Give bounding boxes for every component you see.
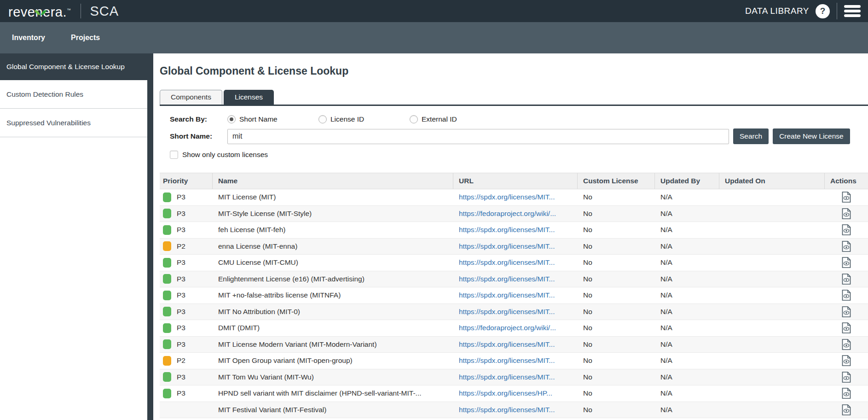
license-name: MIT Open Group variant (MIT-open-group)	[213, 356, 453, 365]
priority-badge	[163, 225, 171, 235]
custom-license-value: No	[578, 226, 655, 234]
table-row: P2 enna License (MIT-enna) https://spdx.…	[160, 239, 868, 255]
custom-license-value: No	[578, 275, 655, 283]
sidebar-item-global-component-license-lookup[interactable]: Global Component & License Lookup	[0, 53, 153, 80]
license-url-link[interactable]: https://spdx.org/licenses/HP...	[459, 389, 552, 397]
view-document-icon[interactable]	[842, 306, 851, 317]
license-url-link[interactable]: https://spdx.org/licenses/MIT...	[459, 340, 555, 349]
table-body: P3 MIT License (MIT) https://spdx.org/li…	[160, 189, 868, 418]
menu-icon[interactable]	[844, 4, 861, 18]
view-document-icon[interactable]	[842, 290, 851, 301]
column-header-name[interactable]: Name	[213, 173, 453, 189]
view-document-icon[interactable]	[842, 192, 851, 203]
radio-icon	[318, 115, 327, 123]
table-row: P3 feh License (MIT-feh) https://spdx.or…	[160, 222, 868, 239]
top-header: revenera.™ SCA DATA LIBRARY ?	[0, 0, 868, 22]
priority-label: P3	[177, 324, 185, 332]
header-divider	[837, 3, 837, 19]
radio-license-id[interactable]: License ID	[318, 115, 410, 123]
license-url-link[interactable]: https://spdx.org/licenses/MIT...	[459, 308, 555, 316]
priority-label: P3	[177, 291, 185, 299]
license-name: MIT License (MIT)	[213, 193, 453, 201]
license-url-link[interactable]: https://spdx.org/licenses/MIT...	[459, 258, 555, 267]
short-name-input[interactable]	[227, 129, 729, 144]
priority-badge	[163, 274, 171, 284]
table-row: P2 MIT Open Group variant (MIT-open-grou…	[160, 353, 868, 369]
table-row: MIT Festival Variant (MIT-Festival) http…	[160, 402, 868, 419]
column-header-custom-license[interactable]: Custom License	[578, 173, 655, 189]
license-url-link[interactable]: https://spdx.org/licenses/MIT...	[459, 226, 555, 234]
view-document-icon[interactable]	[842, 404, 851, 415]
license-url-link[interactable]: https://spdx.org/licenses/MIT...	[459, 373, 555, 381]
data-library-link[interactable]: DATA LIBRARY	[745, 6, 809, 16]
license-url-link[interactable]: https://spdx.org/licenses/MIT...	[459, 242, 555, 251]
tab-components[interactable]: Components	[160, 90, 222, 105]
search-button[interactable]: Search	[733, 128, 769, 144]
nav-item-projects[interactable]: Projects	[71, 34, 100, 42]
table-row: P3 HPND sell variant with MIT disclaimer…	[160, 385, 868, 402]
updated-by-value: N/A	[655, 324, 719, 332]
license-name: DMIT (DMIT)	[213, 324, 453, 332]
license-name: Enlightenment License (e16) (MIT-adverti…	[213, 275, 453, 283]
custom-license-value: No	[578, 356, 655, 365]
view-document-icon[interactable]	[842, 208, 851, 219]
table-header: Priority Name URL Custom License Updated…	[160, 173, 868, 189]
custom-license-value: No	[578, 406, 655, 414]
view-document-icon[interactable]	[842, 322, 851, 333]
view-document-icon[interactable]	[842, 339, 851, 350]
product-name: SCA	[90, 4, 119, 19]
sidebar-item-custom-detection-rules[interactable]: Custom Detection Rules	[0, 80, 147, 109]
main-content: Global Component & License Lookup Compon…	[153, 53, 868, 420]
updated-by-value: N/A	[655, 373, 719, 381]
column-header-url[interactable]: URL	[453, 173, 578, 189]
view-document-icon[interactable]	[842, 224, 851, 235]
license-name: MIT-Style License (MIT-Style)	[213, 210, 453, 218]
show-only-custom-licenses-checkbox[interactable]	[170, 151, 178, 159]
license-name: enna License (MIT-enna)	[213, 242, 453, 251]
show-only-custom-licenses-label: Show only custom licenses	[182, 151, 268, 159]
view-document-icon[interactable]	[842, 257, 851, 268]
view-document-icon[interactable]	[842, 241, 851, 252]
priority-badge	[163, 372, 171, 382]
license-url-link[interactable]: https://fedoraproject.org/wiki/...	[459, 324, 556, 332]
view-document-icon[interactable]	[842, 355, 851, 366]
sidebar-item-suppressed-vulnerabilities[interactable]: Suppressed Vulnerabilities	[0, 109, 147, 137]
license-url-link[interactable]: https://fedoraproject.org/wiki/...	[459, 210, 556, 218]
radio-short-name[interactable]: Short Name	[227, 115, 318, 123]
search-by-label: Search By:	[170, 115, 227, 123]
priority-badge	[163, 241, 171, 251]
priority-badge	[163, 389, 171, 398]
sidebar: Global Component & License Lookup Custom…	[0, 53, 153, 420]
priority-label: P3	[177, 373, 185, 381]
updated-by-value: N/A	[655, 226, 719, 234]
column-header-priority[interactable]: Priority	[160, 173, 213, 189]
view-document-icon[interactable]	[842, 388, 851, 399]
table-row: P3 DMIT (DMIT) https://fedoraproject.org…	[160, 320, 868, 337]
priority-label: P3	[177, 275, 185, 283]
column-header-updated-on[interactable]: Updated On	[719, 173, 825, 189]
license-url-link[interactable]: https://spdx.org/licenses/MIT...	[459, 291, 555, 299]
updated-by-value: N/A	[655, 258, 719, 267]
tab-licenses[interactable]: Licenses	[224, 90, 274, 105]
custom-license-value: No	[578, 210, 655, 218]
nav-item-inventory[interactable]: Inventory	[12, 34, 45, 42]
table-row: P3 MIT Tom Wu Variant (MIT-Wu) https://s…	[160, 369, 868, 386]
revenera-leaf-icon	[35, 0, 46, 22]
license-url-link[interactable]: https://spdx.org/licenses/MIT...	[459, 193, 555, 201]
license-url-link[interactable]: https://spdx.org/licenses/MIT...	[459, 406, 555, 414]
column-header-updated-by[interactable]: Updated By	[655, 173, 719, 189]
license-url-link[interactable]: https://spdx.org/licenses/MIT...	[459, 356, 555, 365]
license-url-link[interactable]: https://spdx.org/licenses/MIT...	[459, 275, 555, 283]
create-new-license-button[interactable]: Create New License	[773, 128, 850, 144]
priority-label: P3	[177, 340, 185, 349]
custom-license-value: No	[578, 242, 655, 251]
radio-external-id[interactable]: External ID	[410, 115, 501, 123]
priority-badge	[163, 307, 171, 316]
view-document-icon[interactable]	[842, 372, 851, 383]
table-row: P3 CMU License (MIT-CMU) https://spdx.or…	[160, 255, 868, 271]
priority-label: P3	[177, 308, 185, 316]
license-name: CMU License (MIT-CMU)	[213, 258, 453, 267]
help-icon[interactable]: ?	[816, 4, 830, 18]
view-document-icon[interactable]	[842, 274, 851, 285]
updated-by-value: N/A	[655, 308, 719, 316]
